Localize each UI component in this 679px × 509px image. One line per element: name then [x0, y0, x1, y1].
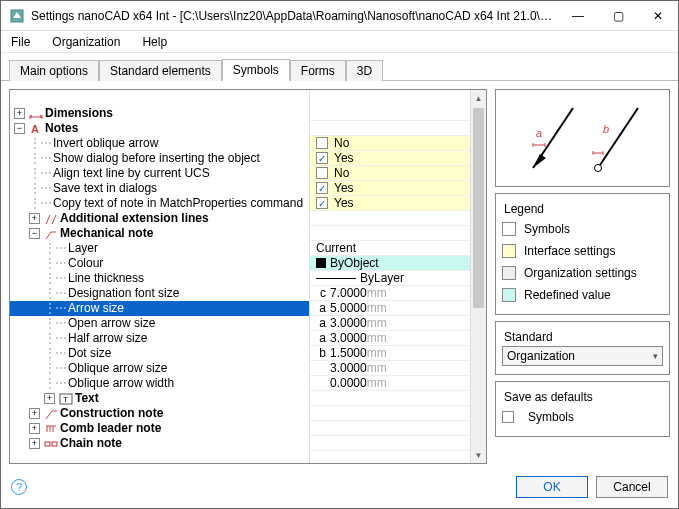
ok-button[interactable]: OK	[516, 476, 588, 498]
value-save-text[interactable]: ✓Yes	[310, 181, 486, 196]
checkbox-unchecked-icon[interactable]	[316, 137, 328, 149]
value-show-dialog[interactable]: ✓Yes	[310, 151, 486, 166]
node-invert-oblique[interactable]: ⋮⋯Invert oblique arrow	[10, 136, 309, 151]
node-label: Chain note	[60, 436, 122, 451]
node-arrow-size[interactable]: ⋮⋯Arrow size	[10, 301, 309, 316]
node-chain[interactable]: +Chain note	[10, 436, 309, 451]
node-construction[interactable]: +Construction note	[10, 406, 309, 421]
node-half-arrow[interactable]: ⋮⋯Half arrow size	[10, 331, 309, 346]
close-button[interactable]: ✕	[638, 1, 678, 31]
value-dot-size[interactable]: b1.5000 mm	[310, 346, 486, 361]
node-label: Dot size	[68, 346, 111, 361]
value-align-ucs[interactable]: No	[310, 166, 486, 181]
scroll-up-icon[interactable]: ▲	[471, 90, 486, 106]
tab-standard-elements[interactable]: Standard elements	[99, 60, 222, 81]
node-mechanical[interactable]: −Mechanical note	[10, 226, 309, 241]
checkbox-checked-icon[interactable]: ✓	[316, 182, 328, 194]
cancel-button[interactable]: Cancel	[596, 476, 668, 498]
checkbox-unchecked-icon[interactable]	[316, 167, 328, 179]
node-colour[interactable]: ⋮⋯Colour	[10, 256, 309, 271]
preview-box: a b	[495, 89, 670, 187]
node-label: Notes	[45, 121, 78, 136]
legend-swatch	[502, 266, 516, 280]
node-oblique-size[interactable]: ⋮⋯Oblique arrow size	[10, 361, 309, 376]
node-designation-font[interactable]: ⋮⋯Designation font size	[10, 286, 309, 301]
svg-text:a: a	[536, 127, 542, 139]
node-additional-ext[interactable]: +Additional extension lines	[10, 211, 309, 226]
tab-strip: Main options Standard elements Symbols F…	[1, 57, 678, 81]
legend-swatch	[502, 244, 516, 258]
value-invert[interactable]: No	[310, 136, 486, 151]
value-copy-match[interactable]: ✓Yes	[310, 196, 486, 211]
node-oblique-width[interactable]: ⋮⋯Oblique arrow width	[10, 376, 309, 391]
chain-icon	[44, 437, 58, 451]
preview-image: a b	[503, 93, 663, 183]
comb-icon	[44, 422, 58, 436]
value-line-thickness[interactable]: ByLayer	[310, 271, 486, 286]
checkbox-checked-icon[interactable]: ✓	[316, 152, 328, 164]
legend-interface: Interface settings	[502, 240, 663, 262]
checkbox-unchecked-icon[interactable]	[502, 411, 514, 423]
legend-box: Legend Symbols Interface settings Organi…	[495, 193, 670, 315]
node-line-thickness[interactable]: ⋮⋯Line thickness	[10, 271, 309, 286]
scroll-down-icon[interactable]: ▼	[471, 447, 486, 463]
node-copy-match[interactable]: ⋮⋯Copy text of note in MatchProperties c…	[10, 196, 309, 211]
node-dimensions[interactable]: + Dimensions	[10, 106, 309, 121]
expand-icon[interactable]: +	[29, 213, 40, 224]
node-label: Construction note	[60, 406, 163, 421]
node-notes[interactable]: − A Notes	[10, 121, 309, 136]
expand-icon[interactable]: +	[44, 393, 55, 404]
node-label: Additional extension lines	[60, 211, 209, 226]
node-comb-leader[interactable]: +Comb leader note	[10, 421, 309, 436]
node-show-dialog[interactable]: ⋮⋯Show dialog before inserting the objec…	[10, 151, 309, 166]
value-oblique-width[interactable]: 0.0000 mm	[310, 376, 486, 391]
standard-combo[interactable]: Organization ▾	[502, 346, 663, 366]
help-icon[interactable]: ?	[11, 479, 27, 495]
value-arrow-size[interactable]: a5.0000 mm	[310, 301, 486, 316]
expand-icon[interactable]: +	[29, 423, 40, 434]
scroll-thumb[interactable]	[473, 108, 484, 308]
value-half-arrow[interactable]: a3.0000 mm	[310, 331, 486, 346]
value-oblique-size[interactable]: 3.0000 mm	[310, 361, 486, 376]
tree-column: + Dimensions − A Notes ⋮⋯Invert oblique …	[10, 90, 310, 463]
collapse-icon[interactable]: −	[29, 228, 40, 239]
tab-symbols[interactable]: Symbols	[222, 59, 290, 81]
combo-value: Organization	[507, 349, 575, 363]
node-align-ucs[interactable]: ⋮⋯Align text line by current UCS	[10, 166, 309, 181]
expand-icon[interactable]: +	[14, 108, 25, 119]
save-symbols-row[interactable]: Symbols	[502, 406, 663, 428]
value-designation-font[interactable]: c7.0000 mm	[310, 286, 486, 301]
node-label: Comb leader note	[60, 421, 161, 436]
node-save-text[interactable]: ⋮⋯Save text in dialogs	[10, 181, 309, 196]
expand-icon[interactable]: +	[29, 438, 40, 449]
tab-main-options[interactable]: Main options	[9, 60, 99, 81]
tab-forms[interactable]: Forms	[290, 60, 346, 81]
value-colour[interactable]: ByObject	[310, 256, 486, 271]
node-label: Arrow size	[68, 301, 124, 316]
notes-icon: A	[29, 122, 43, 136]
node-layer[interactable]: ⋮⋯Layer	[10, 241, 309, 256]
expand-icon[interactable]: +	[29, 408, 40, 419]
settings-window: Settings nanoCAD x64 Int - [C:\Users\Inz…	[0, 0, 679, 509]
svg-text:A: A	[31, 123, 39, 135]
menu-help[interactable]: Help	[136, 33, 173, 51]
checkbox-checked-icon[interactable]: ✓	[316, 197, 328, 209]
node-label: Colour	[68, 256, 103, 271]
node-dot-size[interactable]: ⋮⋯Dot size	[10, 346, 309, 361]
value-open-arrow[interactable]: a3.0000 mm	[310, 316, 486, 331]
menu-organization[interactable]: Organization	[46, 33, 126, 51]
svg-point-10	[594, 165, 601, 172]
node-label: Line thickness	[68, 271, 144, 286]
vertical-scrollbar[interactable]: ▲ ▼	[470, 90, 486, 463]
node-text[interactable]: +TText	[10, 391, 309, 406]
menu-bar: File Organization Help	[1, 31, 678, 53]
maximize-button[interactable]: ▢	[598, 1, 638, 31]
node-open-arrow[interactable]: ⋮⋯Open arrow size	[10, 316, 309, 331]
ext-lines-icon	[44, 212, 58, 226]
dialog-footer: ? OK Cancel	[1, 472, 678, 508]
value-layer[interactable]: Current	[310, 241, 486, 256]
collapse-icon[interactable]: −	[14, 123, 25, 134]
tab-3d[interactable]: 3D	[346, 60, 383, 81]
menu-file[interactable]: File	[5, 33, 36, 51]
minimize-button[interactable]: —	[558, 1, 598, 31]
